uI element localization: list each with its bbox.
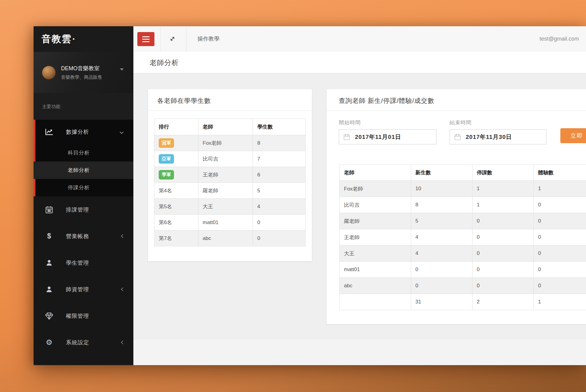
ranking-table: 排行 老師 學生數 冠軍 Fox老師 8 亞軍 比司吉 7 [154,118,306,246]
person-icon [45,259,54,267]
cell-students: 5 [253,183,306,199]
cell-teacher: abc [198,230,253,246]
calendar-icon [45,206,54,214]
sidebar-item-teacher-analysis[interactable]: 老師分析 [34,162,133,179]
account-email[interactable]: test@gmail.com [540,26,579,51]
cell-stop: 0 [472,262,534,278]
chevron-left-icon [121,287,125,291]
calendar-icon [454,134,461,140]
cell-stop: 1 [472,181,534,197]
gear-icon: ⚙ [45,338,54,347]
sidebar-item-accounting[interactable]: $ 營業帳務 [34,223,133,249]
tutorial-link[interactable]: 操作教學 [197,26,219,51]
sidebar-item-subject-analysis[interactable]: 科目分析 [35,144,133,162]
brand-logo: 音教雲· [34,26,133,52]
query-submit-button[interactable]: 立即 [560,128,586,143]
brand-logo-mark: · [72,34,75,44]
sidebar-item-label: 系統設定 [66,339,89,346]
cell-stop: 0 [472,213,534,229]
table-header-row: 老師 新生數 停課數 體驗數 [340,165,586,181]
cell-total-new: 31 [411,294,472,310]
table-totals-row: 31 2 1 [340,294,586,310]
cell-students: 7 [253,151,306,167]
sidebar-item-data-analysis[interactable]: 數據分析 [35,120,133,144]
fullscreen-button[interactable] [165,34,180,44]
panel-teacher-ranking: 各老師在學學生數 排行 老師 學生數 冠軍 Fox老師 8 亞軍 [148,89,312,261]
table-row: abc 0 0 0 [340,278,586,294]
sidebar-item-settings[interactable]: ⚙ 系統設定 [34,329,133,356]
cell-stop: 0 [472,278,534,294]
profile-name: DEMO音樂教室 [61,65,102,72]
end-date-input[interactable]: 2017年11月30日 [450,129,546,144]
panel-title: 查詢老師 新生/停課/體驗/成交數 [339,96,434,105]
cell-rank: 第7名 [154,230,198,246]
person-icon [45,285,54,293]
footer [133,339,586,365]
divider [161,26,161,51]
cell-teacher [340,294,411,310]
col-header-new: 新生數 [411,165,472,181]
profile-switcher[interactable]: DEMO音樂教室 音樂教學、商品販售 [34,52,133,93]
gem-icon [45,312,54,320]
end-time-label: 結束時間 [450,119,472,126]
chevron-down-icon [120,130,124,134]
cell-teacher: 比司吉 [198,151,253,167]
cell-teacher: 王老師 [198,167,253,183]
brand-logo-text: 音教雲 [42,33,72,45]
table-row: 王老師 4 0 0 [340,229,586,245]
sidebar-item-teachers[interactable]: 師資管理 [34,276,133,303]
table-row: 羅老師 5 0 0 [340,213,586,229]
cell-rank: 第6名 [154,215,198,230]
table-row: matt01 0 0 0 [340,262,586,278]
cell-students: 8 [253,135,306,151]
table-row: 比司吉 8 1 0 [340,197,586,213]
panel-title: 各老師在學學生數 [157,96,211,105]
rank-badge: 季軍 [159,170,174,180]
chart-line-icon [45,128,54,136]
cell-stop: 0 [472,229,534,245]
page-title: 老師分析 [150,58,179,67]
sidebar-subitem-label: 停課分析 [68,184,90,191]
divider [327,111,586,111]
panel-teacher-query: 查詢老師 新生/停課/體驗/成交數 開始時間 2017年11月01日 結束 [327,89,586,324]
cell-new: 0 [411,262,472,278]
cell-new: 8 [411,197,472,213]
cell-rank: 第4名 [154,183,198,199]
sidebar-item-label: 排課管理 [66,206,89,213]
col-header-teacher: 老師 [340,165,411,181]
rank-badge: 冠軍 [159,138,174,148]
divider [186,26,186,51]
cell-teacher: Fox老師 [340,181,411,197]
profile-subtitle: 音樂教學、商品販售 [61,74,102,80]
sidebar-item-permissions[interactable]: 權限管理 [34,303,133,329]
cell-trial: 0 [534,213,586,229]
table-row: 第5名 大王 4 [154,199,306,215]
rank-badge: 亞軍 [159,154,174,164]
cell-teacher: 大王 [340,245,411,262]
sidebar-item-scheduling[interactable]: 排課管理 [34,196,133,223]
start-date-input[interactable]: 2017年11月01日 [339,129,436,144]
table-row: 季軍 王老師 6 [154,167,306,183]
col-header-stop: 停課數 [472,165,534,181]
sidebar-item-stopclass-analysis[interactable]: 停課分析 [35,179,133,196]
table-row: 第4名 羅老師 5 [154,183,306,199]
sidebar: 音教雲· DEMO音樂教室 音樂教學、商品販售 主要功能 數據分析 [34,26,133,365]
app-window: 音教雲· DEMO音樂教室 音樂教學、商品販售 主要功能 數據分析 [34,26,586,365]
cell-trial: 0 [534,262,586,278]
cell-students: 0 [253,230,306,246]
cell-teacher: 羅老師 [198,183,253,199]
sidebar-subitem-label: 老師分析 [68,167,90,174]
caret-down-icon [120,68,124,71]
menu-toggle-button[interactable] [137,32,154,46]
cell-teacher: 羅老師 [340,213,411,229]
cell-trial: 1 [534,181,586,197]
main-area: 操作教學 test@gmail.com 老師分析 各老師在學學生數 排行 老師 … [133,26,586,365]
cell-rank: 第5名 [154,199,198,215]
sidebar-item-students[interactable]: 學生管理 [34,249,133,276]
sidebar-item-label: 學生管理 [66,259,89,267]
table-row: Fox老師 10 1 1 [340,181,586,197]
cell-students: 6 [253,167,306,183]
cell-teacher: matt01 [198,215,253,230]
col-header-trial: 體驗數 [534,165,586,181]
sidebar-group-analytics: 數據分析 科目分析 老師分析 停課分析 [34,120,133,196]
